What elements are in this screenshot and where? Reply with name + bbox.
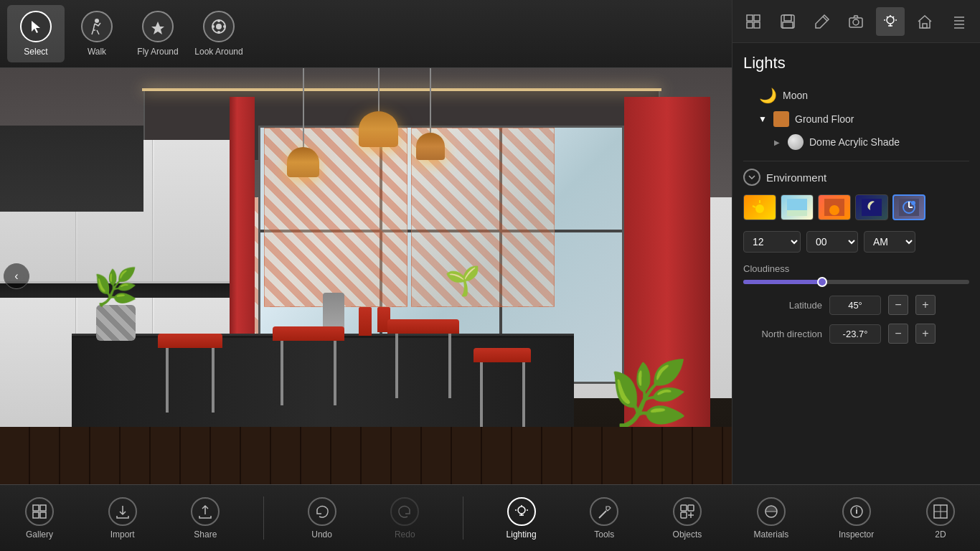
look-around-label: Look Around — [194, 47, 242, 57]
dome-icon — [788, 134, 804, 150]
cloudiness-thumb[interactable] — [817, 277, 827, 287]
twod-label: 2D — [935, 529, 946, 540]
cloudiness-row: Cloudiness — [743, 263, 969, 284]
panel-icon-objects[interactable] — [739, 7, 768, 36]
tod-night[interactable] — [855, 194, 888, 220]
pendant-shade-1 — [359, 111, 398, 147]
north-direction-label: North direction — [743, 329, 822, 339]
panel-icon-home[interactable] — [910, 7, 939, 36]
inspector-btn[interactable]: Inspector — [830, 491, 882, 545]
light-tree-moon[interactable]: 🌙 Moon — [743, 83, 969, 108]
select-icon — [20, 11, 52, 42]
lighting-btn[interactable]: Lighting — [496, 491, 547, 545]
walk-label: Walk — [88, 47, 106, 57]
svg-point-29 — [829, 205, 839, 215]
svg-rect-9 — [747, 22, 753, 28]
pendant-light-2 — [287, 68, 319, 177]
stool-seat-1 — [158, 334, 222, 348]
panel-icon-light[interactable] — [876, 7, 905, 36]
look-around-icon — [203, 11, 235, 42]
light-tree-dome[interactable]: ▶ Dome Acrylic Shade — [743, 131, 969, 154]
svg-point-4 — [217, 31, 220, 34]
tod-evening[interactable] — [818, 194, 851, 220]
minute-select[interactable]: 00153045 — [806, 231, 858, 253]
share-btn[interactable]: Share — [180, 491, 230, 545]
nav-arrow-left[interactable]: ‹ — [4, 263, 29, 289]
latitude-decrease[interactable]: − — [888, 295, 908, 315]
svg-point-3 — [217, 19, 220, 22]
fly-around-tool[interactable]: Fly Around — [129, 5, 187, 62]
north-decrease[interactable]: − — [888, 324, 908, 344]
light-tree: 🌙 Moon ▼ Ground Floor ▶ Dome Acrylic Sha… — [743, 83, 969, 154]
lighting-label: Lighting — [507, 529, 537, 540]
north-direction-value: -23.7° — [829, 324, 881, 344]
light-tree-ground-floor[interactable]: ▼ Ground Floor — [743, 108, 969, 131]
objects-btn[interactable]: Objects — [662, 491, 712, 545]
svg-rect-13 — [783, 22, 793, 28]
stool-legs-4 — [480, 362, 525, 427]
svg-point-23 — [755, 204, 764, 213]
objects-icon — [673, 497, 702, 526]
gallery-btn[interactable]: Gallery — [14, 491, 65, 545]
hour-select[interactable]: 1212 — [743, 231, 801, 253]
materials-btn[interactable]: Materials — [745, 491, 798, 545]
svg-rect-39 — [40, 512, 46, 518]
tod-day[interactable] — [781, 194, 814, 220]
twod-icon — [926, 497, 955, 526]
select-tool[interactable]: Select — [7, 5, 65, 62]
north-increase[interactable]: + — [915, 324, 936, 344]
latitude-row: Latitude 45° − + — [743, 295, 969, 315]
svg-point-2 — [216, 24, 222, 29]
moon-icon: 🌙 — [759, 87, 777, 104]
dome-arrow: ▶ — [772, 137, 782, 147]
svg-rect-18 — [923, 24, 927, 28]
twod-btn[interactable]: 2D — [915, 491, 966, 545]
objects-label: Objects — [673, 529, 702, 540]
ceiling-light-strip — [142, 88, 661, 91]
walk-tool[interactable]: Walk — [68, 5, 126, 62]
env-chevron[interactable] — [743, 169, 760, 186]
latitude-value: 45° — [829, 296, 881, 315]
cloudiness-label: Cloudiness — [743, 263, 969, 274]
ground-floor-icon — [773, 111, 789, 127]
tools-btn[interactable]: Tools — [579, 491, 629, 545]
tod-presets — [743, 194, 969, 220]
share-icon — [191, 497, 220, 526]
environment-header: Environment — [743, 161, 969, 194]
materials-icon — [757, 497, 786, 526]
panel-icon-list[interactable] — [945, 7, 974, 36]
latitude-increase[interactable]: + — [915, 295, 936, 315]
floor — [0, 427, 732, 484]
panel-icon-camera[interactable] — [842, 7, 870, 36]
fly-around-label: Fly Around — [137, 47, 178, 57]
import-btn[interactable]: Import — [98, 491, 148, 545]
svg-point-40 — [518, 507, 525, 514]
cloudiness-fill — [743, 280, 822, 284]
undo-label: Undo — [311, 529, 332, 540]
pendant-shade-2 — [287, 147, 319, 177]
panel-icon-save[interactable] — [773, 7, 802, 36]
svg-rect-8 — [754, 15, 760, 21]
viewport[interactable]: 🌿 🌿 🌱 ‹ — [0, 68, 732, 484]
gallery-label: Gallery — [26, 529, 53, 540]
svg-rect-27 — [787, 210, 807, 216]
pendant-light-1 — [359, 68, 398, 147]
look-around-tool[interactable]: Look Around — [190, 5, 248, 62]
redo-btn[interactable]: Redo — [380, 491, 430, 545]
panel-icon-paint[interactable] — [808, 7, 837, 36]
svg-line-41 — [599, 511, 606, 518]
svg-line-25 — [753, 206, 755, 207]
environment-label: Environment — [766, 171, 826, 184]
tod-custom[interactable] — [892, 194, 925, 220]
tools-icon — [590, 497, 618, 526]
ampm-select[interactable]: AMPM — [864, 231, 915, 253]
tod-morning[interactable] — [743, 194, 776, 220]
cloudiness-slider[interactable] — [743, 280, 969, 284]
pendant-cord-3 — [430, 68, 431, 133]
redo-icon — [390, 497, 419, 526]
pendant-cord-2 — [303, 68, 304, 147]
undo-btn[interactable]: Undo — [297, 491, 347, 545]
svg-point-0 — [95, 19, 99, 23]
time-row: 1212 00153045 AMPM — [743, 231, 969, 253]
stool-legs-1 — [166, 348, 215, 413]
